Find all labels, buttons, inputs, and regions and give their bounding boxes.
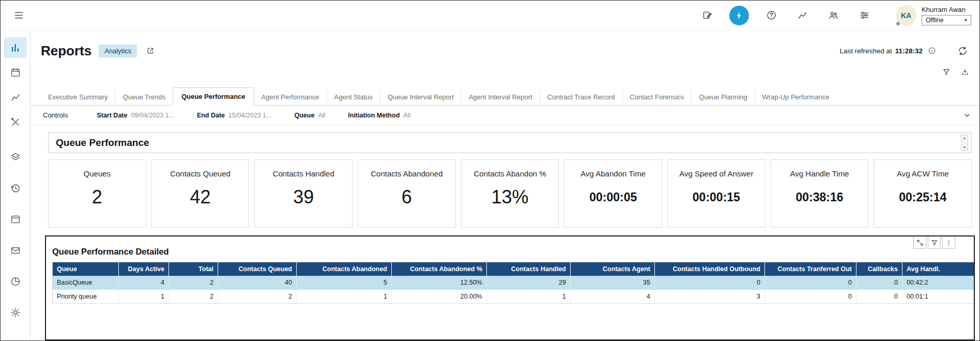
kpi-card-contacts-queued: Contacts Queued 42 [151,159,250,228]
layers-icon [10,152,21,163]
queue-performance-detailed-panel: ⋮ Queue Performance Detailed Queue Days … [45,235,975,340]
lightning-bolt-icon [734,10,744,21]
app-window: KA Khurram Awan Offline ▾ [0,0,980,341]
control-initiation-method[interactable]: Initiation Method All [348,112,410,119]
calendar-icon [10,67,21,78]
kpi-card-avg-abandon-time: Avg Abandon Time 00:00:05 [564,159,662,228]
sidebar-item-history[interactable] [4,178,27,199]
scroll-up-icon: ▲ [963,137,966,140]
status-value: Offline [926,17,943,24]
note-edit-icon [702,10,713,21]
sidebar-item-analytics[interactable] [4,271,27,292]
user-cluster: KA Khurram Awan Offline ▾ [896,5,971,26]
tab-agent-interval-report[interactable]: Agent Interval Report [461,89,540,105]
section-title: Queue Performance [56,137,961,149]
export-download-icon [961,68,969,76]
funnel-icon [942,68,951,76]
tab-queue-planning[interactable]: Queue Planning [691,89,754,105]
column-header[interactable]: Queue [53,262,119,276]
controls-collapse-button[interactable] [961,109,973,122]
help-button[interactable] [762,7,780,24]
quick-icons [30,60,979,78]
sidebar-item-mail[interactable] [4,240,27,261]
status-select[interactable]: Offline ▾ [922,15,971,25]
sidebar-item-calendar[interactable] [4,62,27,83]
last-refreshed-time: 11:28:32 [895,47,923,55]
tab-agent-status[interactable]: Agent Status [327,89,380,105]
section-scrollbar[interactable]: ▲ ▼ [961,135,968,151]
tab-queue-trends[interactable]: Queue Trends [115,89,173,105]
column-header[interactable]: Contacts Agent [571,262,655,276]
info-icon[interactable] [926,45,938,57]
table-row-priority-queue[interactable]: Priority queue 1 2 2 1 20.00% 1 4 3 0 0 … [53,290,975,304]
column-header[interactable]: Contacts Handled Outbound [655,262,765,276]
avatar-initials: KA [901,11,911,20]
tools-icon [10,116,21,128]
column-header[interactable]: Contacts Queued [218,262,297,276]
bar-chart-icon [10,42,21,53]
column-header[interactable]: Avg Handl. [902,262,975,276]
panel-filter-button[interactable] [928,236,941,249]
kpi-card-contacts-abandon-pct: Contacts Abandon % 13% [461,159,559,228]
sidebar-item-routing[interactable] [4,147,27,168]
sliders-icon [859,10,870,21]
column-header[interactable]: Total [169,262,218,276]
metrics-button[interactable] [793,7,811,24]
refresh-button[interactable] [954,42,971,60]
column-header[interactable]: Days Active [119,262,169,276]
line-chart-icon [797,10,808,21]
settings-sliders-button[interactable] [855,7,873,24]
export-button[interactable] [959,66,971,78]
tab-agent-performance[interactable]: Agent Performance [254,89,327,105]
kebab-icon: ⋮ [945,239,952,246]
sidebar-item-metrics[interactable] [4,87,27,108]
tab-wrap-up-performance[interactable]: Wrap-Up Performance [755,89,837,105]
users-button[interactable] [824,7,842,24]
control-end-date[interactable]: End Date 15/04/2023 1... [197,112,272,119]
tab-queue-interval-report[interactable]: Queue Interval Report [380,89,461,105]
realtime-analytics-button[interactable] [729,6,749,25]
topbar: KA Khurram Awan Offline ▾ [1,1,979,31]
topbar-actions: KA Khurram Awan Offline ▾ [698,5,971,26]
column-header[interactable]: Callbacks [856,262,902,276]
analytics-badge: Analytics [99,45,137,57]
avatar[interactable]: KA [896,5,916,26]
expand-panel-button[interactable] [913,236,926,249]
page-title: Reports [41,43,91,59]
open-in-new-window-button[interactable] [144,45,157,57]
sidebar-item-tools[interactable] [4,112,27,132]
main-content: Reports Analytics Last refreshed at 11:2… [30,31,979,340]
control-queue[interactable]: Queue All [294,112,325,119]
history-icon [10,183,21,194]
panel-menu-button[interactable]: ⋮ [942,236,955,249]
gear-icon [10,307,21,318]
notes-button[interactable] [698,7,716,24]
tab-queue-performance[interactable]: Queue Performance [173,87,254,106]
kpi-card-avg-speed-of-answer: Avg Speed of Answer 00:00:15 [667,159,765,228]
column-header[interactable]: Contacts Abandoned % [392,262,487,276]
kpi-card-contacts-abandoned: Contacts Abandoned 6 [358,159,456,228]
section-bar: Queue Performance ▲ ▼ [48,132,972,153]
tab-contact-forensics[interactable]: Contact Forensics [622,89,692,105]
table-row-basicqueue[interactable]: BasicQueue 4 2 40 5 12.50% 29 35 0 0 0 0… [53,276,975,290]
envelope-icon [10,245,21,256]
page-header: Reports Analytics Last refreshed at 11:2… [30,31,979,60]
chevron-down-icon [963,111,971,120]
tab-executive-summary[interactable]: Executive Summary [41,89,115,105]
filter-button[interactable] [940,66,953,78]
sidebar-item-flows[interactable] [4,209,27,230]
column-header[interactable]: Contacts Abandoned [297,262,392,276]
column-header[interactable]: Contacts Handled [487,262,571,276]
sidebar-item-settings[interactable] [4,302,27,323]
tab-contract-trace-record[interactable]: Contract Trace Record [540,89,622,105]
refresh-icon [957,46,968,56]
controls-label: Controls [43,111,68,119]
control-start-date[interactable]: Start Date 09/04/2023 1... [97,112,174,119]
user-name: Khurram Awan [922,6,971,13]
hamburger-menu-button[interactable] [10,7,27,24]
funnel-icon [931,239,938,246]
sidebar-item-reports[interactable] [4,37,27,58]
kpi-card-queues: Queues 2 [48,159,146,228]
queue-performance-table: Queue Days Active Total Contacts Queued … [52,262,975,304]
column-header[interactable]: Contacts Tranferred Out [765,262,856,276]
